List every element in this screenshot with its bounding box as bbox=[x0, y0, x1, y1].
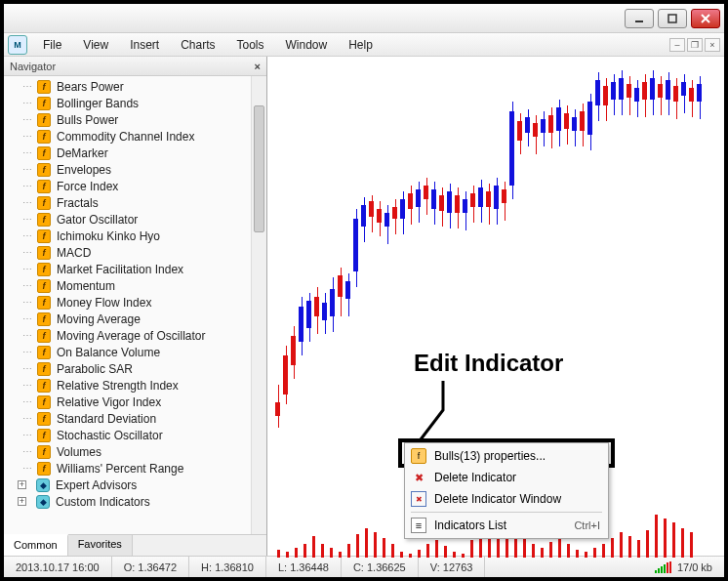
advisor-icon: ◆ bbox=[36, 478, 50, 492]
candle bbox=[666, 72, 670, 115]
indicator-bar bbox=[391, 544, 394, 558]
advisor-icon: ◆ bbox=[36, 495, 50, 509]
indicator-bar bbox=[690, 532, 693, 558]
delete-window-icon: ✖ bbox=[411, 491, 426, 507]
close-button[interactable] bbox=[691, 9, 720, 28]
indicator-item[interactable]: ⋯fBears Power bbox=[33, 78, 266, 95]
indicator-item[interactable]: ⋯fCommodity Channel Index bbox=[33, 128, 266, 145]
maximize-button[interactable] bbox=[658, 9, 687, 28]
indicator-label: Relative Vigor Index bbox=[57, 395, 161, 409]
indicator-item[interactable]: ⋯fMoving Average of Oscillator bbox=[33, 327, 266, 344]
function-icon: f bbox=[37, 213, 51, 227]
indicator-item[interactable]: ⋯fDeMarker bbox=[33, 145, 266, 161]
candle bbox=[470, 186, 475, 223]
indicator-item[interactable]: ⋯fBollinger Bands bbox=[33, 95, 266, 111]
mdi-restore-button[interactable]: ❐ bbox=[687, 38, 703, 52]
context-menu-item[interactable]: ≡Indicators ListCtrl+I bbox=[407, 515, 606, 536]
candle bbox=[314, 287, 319, 334]
indicator-bar bbox=[277, 550, 280, 558]
expand-icon[interactable]: + bbox=[18, 480, 26, 489]
context-menu-item[interactable]: ✖Delete Indicator bbox=[407, 467, 606, 488]
indicator-label: Money Flow Index bbox=[57, 296, 151, 310]
mdi-controls: – ❐ × bbox=[669, 38, 720, 52]
candle bbox=[525, 109, 530, 146]
tab-favorites[interactable]: Favorites bbox=[68, 535, 133, 556]
context-menu-item[interactable]: fBulls(13) properties... bbox=[407, 445, 606, 467]
candle bbox=[627, 76, 631, 115]
indicator-item[interactable]: ⋯fBulls Power bbox=[33, 111, 266, 128]
indicator-bar bbox=[637, 540, 640, 558]
menu-view[interactable]: View bbox=[73, 35, 118, 55]
svg-rect-0 bbox=[635, 21, 643, 22]
function-icon: f bbox=[37, 113, 51, 127]
mdi-minimize-button[interactable]: – bbox=[669, 38, 685, 52]
indicator-item[interactable]: ⋯fStandard Deviation bbox=[33, 410, 266, 427]
indicator-label: Moving Average of Oscillator bbox=[57, 329, 206, 343]
properties-icon: f bbox=[411, 448, 426, 464]
function-icon: f bbox=[37, 412, 51, 426]
navigator-panel: Navigator × ⋯fBears Power⋯fBollinger Ban… bbox=[4, 57, 267, 556]
indicator-item[interactable]: ⋯fMomentum bbox=[33, 277, 266, 294]
tree-node[interactable]: +◆Custom Indicators bbox=[18, 493, 266, 510]
tab-common[interactable]: Common bbox=[4, 534, 68, 556]
menu-charts[interactable]: Charts bbox=[171, 35, 224, 55]
indicator-item[interactable]: ⋯fVolumes bbox=[33, 443, 266, 460]
status-high: H: 1.36810 bbox=[189, 557, 266, 577]
candle bbox=[642, 74, 647, 117]
indicator-bar bbox=[365, 528, 368, 558]
indicator-label: Standard Deviation bbox=[57, 412, 156, 426]
candle bbox=[658, 76, 663, 115]
indicator-item[interactable]: ⋯fParabolic SAR bbox=[33, 360, 266, 377]
scrollbar-thumb[interactable] bbox=[254, 105, 264, 232]
candle bbox=[275, 385, 280, 428]
indicator-item[interactable]: ⋯fOn Balance Volume bbox=[33, 344, 266, 360]
menu-insert[interactable]: Insert bbox=[120, 35, 169, 55]
candle bbox=[548, 107, 553, 148]
candle bbox=[392, 199, 397, 234]
navigator-close-icon[interactable]: × bbox=[255, 61, 261, 72]
navigator-scrollbar[interactable] bbox=[251, 76, 266, 534]
candle bbox=[353, 209, 358, 287]
context-menu-item[interactable]: ✖Delete Indicator Window bbox=[407, 488, 606, 510]
menu-file[interactable]: File bbox=[33, 35, 71, 55]
indicator-item[interactable]: ⋯fWilliams' Percent Range bbox=[33, 460, 266, 477]
candle bbox=[681, 74, 686, 113]
indicator-item[interactable]: ⋯fMarket Facilitation Index bbox=[33, 261, 266, 277]
context-menu-label: Delete Indicator bbox=[434, 471, 516, 484]
candle bbox=[447, 184, 452, 228]
function-icon: f bbox=[37, 80, 51, 94]
function-icon: f bbox=[37, 229, 51, 243]
function-icon: f bbox=[37, 379, 51, 393]
indicator-item[interactable]: ⋯fRelative Strength Index bbox=[33, 377, 266, 394]
candle bbox=[509, 102, 514, 199]
indicator-label: MACD bbox=[57, 246, 91, 260]
menu-help[interactable]: Help bbox=[339, 35, 383, 55]
menu-window[interactable]: Window bbox=[276, 35, 338, 55]
menubar: M FileViewInsertChartsToolsWindowHelp – … bbox=[4, 33, 724, 57]
mdi-close-button[interactable]: × bbox=[705, 38, 720, 52]
indicator-item[interactable]: ⋯fMoving Average bbox=[33, 311, 266, 327]
indicator-bar bbox=[383, 538, 385, 558]
indicator-bar bbox=[593, 548, 596, 558]
minimize-button[interactable] bbox=[625, 9, 654, 28]
candle bbox=[689, 80, 694, 117]
candle bbox=[455, 187, 460, 228]
indicator-item[interactable]: ⋯fMACD bbox=[33, 244, 266, 261]
indicator-label: Williams' Percent Range bbox=[57, 462, 183, 476]
candle bbox=[611, 74, 616, 115]
indicator-item[interactable]: ⋯fGator Oscillator bbox=[33, 211, 266, 228]
candle bbox=[541, 111, 546, 146]
indicator-item[interactable]: ⋯fFractals bbox=[33, 194, 266, 211]
indicator-item[interactable]: ⋯fMoney Flow Index bbox=[33, 294, 266, 311]
indicator-item[interactable]: ⋯fIchimoku Kinko Hyo bbox=[33, 228, 266, 244]
indicator-item[interactable]: ⋯fRelative Vigor Index bbox=[33, 394, 266, 410]
indicator-item[interactable]: ⋯fStochastic Oscillator bbox=[33, 427, 266, 443]
indicator-item[interactable]: ⋯fEnvelopes bbox=[33, 161, 266, 178]
expand-icon[interactable]: + bbox=[18, 497, 26, 506]
indicator-item[interactable]: ⋯fForce Index bbox=[33, 178, 266, 194]
menu-tools[interactable]: Tools bbox=[227, 35, 274, 55]
candle bbox=[299, 297, 303, 355]
function-icon: f bbox=[37, 196, 51, 210]
function-icon: f bbox=[37, 130, 51, 144]
tree-node[interactable]: +◆Expert Advisors bbox=[18, 477, 266, 493]
